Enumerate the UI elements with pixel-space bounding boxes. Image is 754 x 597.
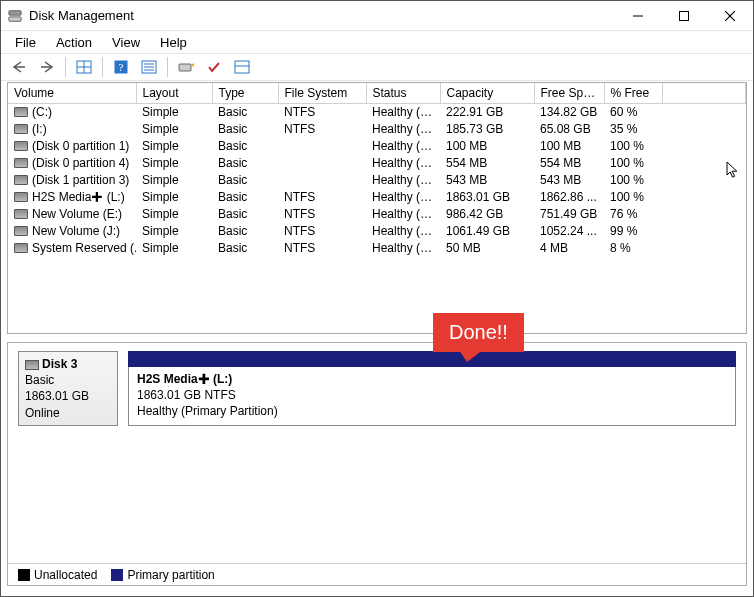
legend-primary-label: Primary partition [127, 568, 214, 582]
done-callout: Done!! [433, 313, 524, 352]
cell-volume: (Disk 0 partition 4) [8, 155, 136, 172]
disk-partition[interactable]: H2S Media🞣 (L:) 1863.01 GB NTFS Healthy … [128, 351, 736, 426]
partition-color-band [128, 351, 736, 367]
forward-button[interactable] [35, 56, 59, 78]
close-button[interactable] [707, 1, 753, 30]
help-button[interactable]: ? [109, 56, 133, 78]
table-row[interactable]: New Volume (E:)SimpleBasicNTFSHealthy (P… [8, 206, 746, 223]
toolbar-separator [102, 57, 103, 77]
cell-status: Healthy (R... [366, 172, 440, 189]
table-row[interactable]: New Volume (J:)SimpleBasicNTFSHealthy (P… [8, 223, 746, 240]
menu-file[interactable]: File [5, 33, 46, 52]
cell-fs [278, 155, 366, 172]
commit-button[interactable] [202, 56, 226, 78]
cell-volume: System Reserved (... [8, 240, 136, 257]
cell-status: Healthy (R... [366, 155, 440, 172]
volume-icon [14, 141, 28, 151]
cell-layout: Simple [136, 121, 212, 138]
legend-primary: Primary partition [111, 568, 214, 582]
volume-icon [14, 175, 28, 185]
swatch-unallocated [18, 569, 30, 581]
cell-type: Basic [212, 206, 278, 223]
legend-unallocated-label: Unallocated [34, 568, 97, 582]
minimize-button[interactable] [615, 1, 661, 30]
cell-spacer [662, 206, 746, 223]
cell-spacer [662, 240, 746, 257]
cell-spacer [662, 189, 746, 206]
cell-spacer [662, 172, 746, 189]
table-row[interactable]: (Disk 0 partition 1)SimpleBasicHealthy (… [8, 138, 746, 155]
cell-volume: (I:) [8, 121, 136, 138]
cell-volume-text: (C:) [32, 105, 52, 119]
action-list-button[interactable] [137, 56, 161, 78]
cell-capacity: 185.73 GB [440, 121, 534, 138]
cell-type: Basic [212, 240, 278, 257]
menu-action[interactable]: Action [46, 33, 102, 52]
partition-body[interactable]: H2S Media🞣 (L:) 1863.01 GB NTFS Healthy … [128, 367, 736, 426]
cell-type: Basic [212, 155, 278, 172]
cell-status: Healthy (E... [366, 138, 440, 155]
disk-type: Basic [25, 372, 111, 388]
cell-free: 4 MB [534, 240, 604, 257]
svg-text:?: ? [119, 61, 124, 73]
table-row[interactable]: (Disk 1 partition 3)SimpleBasicHealthy (… [8, 172, 746, 189]
volume-icon [14, 124, 28, 134]
cell-layout: Simple [136, 172, 212, 189]
maximize-button[interactable] [661, 1, 707, 30]
cell-free: 554 MB [534, 155, 604, 172]
table-row[interactable]: (I:)SimpleBasicNTFSHealthy (P...185.73 G… [8, 121, 746, 138]
col-layout[interactable]: Layout [136, 83, 212, 103]
cell-layout: Simple [136, 240, 212, 257]
table-row[interactable]: (C:)SimpleBasicNTFSHealthy (B...222.91 G… [8, 103, 746, 121]
cell-status: Healthy (P... [366, 206, 440, 223]
disk-name: Disk 3 [42, 357, 77, 371]
col-pctfree[interactable]: % Free [604, 83, 662, 103]
cell-pct: 60 % [604, 103, 662, 121]
cell-capacity: 1863.01 GB [440, 189, 534, 206]
volumes-table[interactable]: Volume Layout Type File System Status Ca… [7, 82, 747, 334]
col-capacity[interactable]: Capacity [440, 83, 534, 103]
layout-options-button[interactable] [230, 56, 254, 78]
cell-free: 134.82 GB [534, 103, 604, 121]
col-type[interactable]: Type [212, 83, 278, 103]
partition-size: 1863.01 GB NTFS [137, 388, 236, 402]
cell-volume-text: (Disk 0 partition 1) [32, 139, 129, 153]
cell-volume: (Disk 0 partition 1) [8, 138, 136, 155]
toolbar: ? [1, 53, 753, 81]
cell-free: 65.08 GB [534, 121, 604, 138]
svg-rect-0 [9, 10, 21, 14]
cell-volume-text: (I:) [32, 122, 47, 136]
col-fs[interactable]: File System [278, 83, 366, 103]
cell-capacity: 50 MB [440, 240, 534, 257]
disk-state: Online [25, 405, 111, 421]
disk-header[interactable]: Disk 3 Basic 1863.01 GB Online [18, 351, 118, 426]
disk-size: 1863.01 GB [25, 388, 111, 404]
table-header-row[interactable]: Volume Layout Type File System Status Ca… [8, 83, 746, 103]
col-free[interactable]: Free Spa... [534, 83, 604, 103]
disk-map: Disk 3 Basic 1863.01 GB Online H2S Media… [7, 342, 747, 586]
cell-pct: 100 % [604, 189, 662, 206]
cell-pct: 8 % [604, 240, 662, 257]
cell-fs: NTFS [278, 240, 366, 257]
refresh-devices-button[interactable] [174, 56, 198, 78]
cell-layout: Simple [136, 155, 212, 172]
cell-free: 543 MB [534, 172, 604, 189]
svg-rect-17 [179, 64, 191, 71]
col-volume[interactable]: Volume [8, 83, 136, 103]
legend: Unallocated Primary partition [8, 563, 746, 585]
cell-spacer [662, 138, 746, 155]
menu-help[interactable]: Help [150, 33, 197, 52]
col-status[interactable]: Status [366, 83, 440, 103]
cell-type: Basic [212, 223, 278, 240]
cell-layout: Simple [136, 103, 212, 121]
table-row[interactable]: (Disk 0 partition 4)SimpleBasicHealthy (… [8, 155, 746, 172]
view-settings-button[interactable] [72, 56, 96, 78]
window-controls [615, 1, 753, 30]
table-row[interactable]: H2S Media🞣 (L:)SimpleBasicNTFSHealthy (P… [8, 189, 746, 206]
table-row[interactable]: System Reserved (...SimpleBasicNTFSHealt… [8, 240, 746, 257]
cell-volume-text: System Reserved (... [32, 241, 136, 255]
back-button[interactable] [7, 56, 31, 78]
disk-row[interactable]: Disk 3 Basic 1863.01 GB Online H2S Media… [8, 343, 746, 436]
menu-view[interactable]: View [102, 33, 150, 52]
cell-type: Basic [212, 121, 278, 138]
